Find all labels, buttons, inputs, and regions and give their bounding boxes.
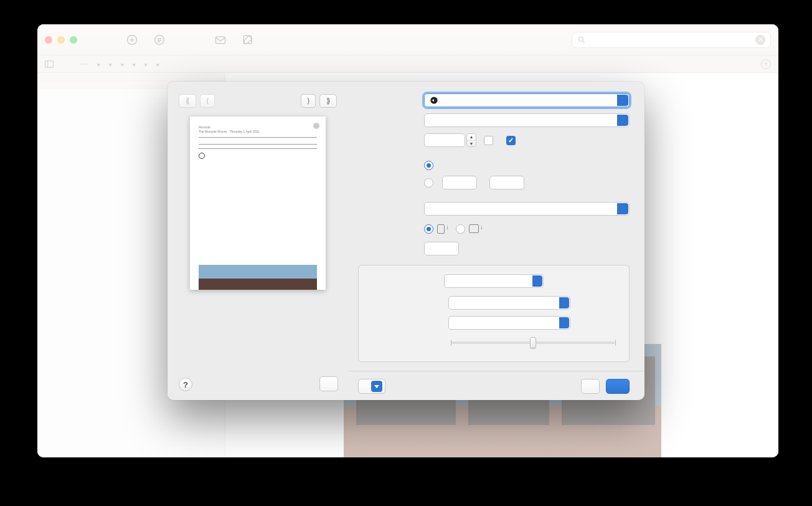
paper-size-select[interactable]: [424, 202, 630, 216]
orientation-portrait-radio[interactable]: [424, 224, 433, 234]
hide-details-button[interactable]: [319, 376, 338, 391]
portrait-icon: [437, 224, 445, 234]
copies-stepper[interactable]: ▲▼: [466, 133, 476, 147]
copies-input[interactable]: [424, 133, 465, 147]
pages-all-radio[interactable]: [424, 161, 433, 170]
print-preview-pane: ⟪ ⟨ ⟩ ⟫ MonocleThe Monocle Minute · Thur…: [168, 82, 348, 400]
pages-to-input[interactable]: [489, 176, 524, 189]
cancel-button[interactable]: [581, 379, 600, 394]
two-sided-checkbox[interactable]: [506, 136, 516, 145]
print-button[interactable]: [606, 379, 630, 394]
pdf-menu-button[interactable]: [358, 379, 385, 394]
help-button[interactable]: ?: [179, 378, 192, 391]
preview-prev-page-button[interactable]: ⟨: [200, 94, 215, 108]
quality-slider[interactable]: [451, 341, 615, 344]
print-dialog: ⟪ ⟨ ⟩ ⟫ MonocleThe Monocle Minute · Thur…: [168, 82, 644, 400]
preview-first-page-button[interactable]: ⟪: [179, 94, 196, 108]
black-white-checkbox[interactable]: [484, 136, 493, 145]
media-type-select[interactable]: [448, 316, 570, 330]
thumb-close-icon: [313, 123, 319, 129]
preview-next-page-button[interactable]: ⟩: [301, 94, 316, 108]
feed-from-select[interactable]: [448, 296, 570, 310]
print-section-select[interactable]: [444, 274, 544, 288]
preview-page-thumbnail: MonocleThe Monocle Minute · Thursday 1 A…: [190, 117, 326, 290]
print-controls: ▲▼: [348, 82, 644, 400]
printer-select[interactable]: [424, 93, 630, 107]
printer-status-icon: [430, 96, 438, 105]
pages-from-radio[interactable]: [424, 178, 433, 188]
presets-select[interactable]: [424, 113, 630, 127]
media-quality-panel: [358, 265, 630, 362]
scale-input[interactable]: [424, 242, 459, 255]
pages-from-input[interactable]: [442, 176, 477, 189]
orientation-landscape-radio[interactable]: [456, 224, 465, 234]
preview-last-page-button[interactable]: ⟫: [319, 94, 337, 108]
landscape-icon: [469, 224, 479, 233]
